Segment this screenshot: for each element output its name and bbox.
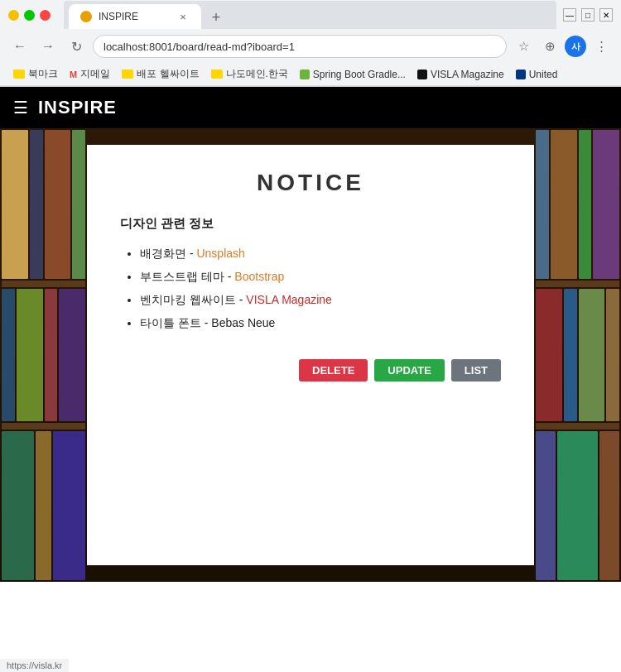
menu-button[interactable]: ⋮ [590,35,613,58]
item-label: 타이틀 폰트 - Bebas Neue [140,316,275,329]
visla-link[interactable]: VISLA Magazine [246,293,332,306]
item-label: 배경화면 - [140,247,196,260]
browser-chrome: INSPIRE × + — □ ✕ ← → ↻ ☆ ⊕ 사 ⋮ 북마크 M [0,0,621,87]
list-item: 벤치마킹 웹싸이트 - VISLA Magazine [140,288,501,311]
hamburger-button[interactable]: ☰ [13,98,28,118]
item-label: 부트스트랩 테마 - [140,270,234,283]
close-button[interactable] [40,10,51,21]
bookmark-deploy[interactable]: 배포 헬싸이트 [117,65,204,83]
status-bar: https://visla.kr [0,659,69,672]
bookmark-folder[interactable]: 북마크 [8,65,63,83]
folder-icon [13,70,25,79]
list-item: 타이틀 폰트 - Bebas Neue [140,311,501,334]
bookmark-label: 나도메인.한국 [226,67,288,81]
list-item: 배경화면 - Unsplash [140,242,501,265]
action-buttons: DELETE UPDATE LIST [120,359,501,382]
list-button[interactable]: LIST [451,359,501,382]
bookmark-label: VISLA Magazine [431,69,504,80]
section-heading: 디자인 관련 정보 [120,216,501,232]
unsplash-link[interactable]: Unsplash [196,247,244,260]
app-wrapper: ☰ INSPIRE NOTICE 디자인 관련 정보 배경화면 - Unspla… [0,87,621,582]
app-nav: ☰ INSPIRE [0,87,621,128]
tab-title-text: INSPIRE [99,11,170,22]
bootstrap-link[interactable]: Bootstrap [234,270,284,283]
refresh-button[interactable]: ↻ [65,35,88,58]
bookmark-visla[interactable]: VISLA Magazine [412,67,509,82]
bookmark-label: United [529,69,558,80]
tabs-bar: INSPIRE × + [64,1,556,29]
visla-icon [417,70,427,79]
gmail-icon: M [70,70,77,79]
address-bar: ← → ↻ ☆ ⊕ 사 ⋮ [0,30,621,63]
bookmark-label: 배포 헬싸이트 [137,67,199,81]
app-logo: INSPIRE [38,97,117,118]
tab-close-button[interactable]: × [176,10,190,23]
delete-button[interactable]: DELETE [299,359,368,382]
item-label: 벤치마킹 웹싸이트 - [140,293,246,306]
update-button[interactable]: UPDATE [374,359,444,382]
tab-favicon [80,11,92,22]
back-button[interactable]: ← [8,35,31,58]
notice-card: NOTICE 디자인 관련 정보 배경화면 - Unsplash 부트스트랩 테… [87,145,534,565]
bookmark-domain[interactable]: 나도메인.한국 [206,65,293,83]
bookmark-spring[interactable]: Spring Boot Gradle... [295,67,411,82]
bookmarks-bar: 북마크 M 지메일 배포 헬싸이트 나도메인.한국 Spring Boot Gr… [0,63,621,86]
info-list: 배경화면 - Unsplash 부트스트랩 테마 - Bootstrap 벤치마… [120,242,501,334]
profile-button[interactable]: 사 [565,36,586,57]
window-controls [8,10,51,21]
star-button[interactable]: ☆ [512,35,535,58]
active-tab[interactable]: INSPIRE × [69,4,201,29]
bookmark-label: 북마크 [28,67,58,81]
folder-icon [211,70,223,79]
content-area: NOTICE 디자인 관련 정보 배경화면 - Unsplash 부트스트랩 테… [0,128,621,582]
toolbar-icons: ☆ ⊕ 사 ⋮ [512,35,613,58]
notice-title: NOTICE [120,170,501,196]
bookmark-united[interactable]: United [511,67,563,82]
forward-button[interactable]: → [36,35,60,58]
bookmark-gmail[interactable]: M 지메일 [65,65,115,83]
spring-icon [300,70,310,79]
maximize-button[interactable] [24,10,35,21]
win-restore-btn[interactable]: □ [581,8,595,22]
extensions-button[interactable]: ⊕ [538,35,561,58]
url-input[interactable] [93,35,507,58]
new-tab-button[interactable]: + [205,6,228,29]
folder-icon [122,70,133,79]
united-icon [516,70,526,79]
bookmark-label: Spring Boot Gradle... [313,69,406,80]
title-bar: INSPIRE × + — □ ✕ [0,0,621,30]
list-item: 부트스트랩 테마 - Bootstrap [140,265,501,288]
bookmark-label: 지메일 [80,67,110,81]
win-minimize-btn[interactable]: — [563,8,576,22]
minimize-button[interactable] [8,10,19,21]
win-close-btn[interactable]: ✕ [599,8,613,22]
